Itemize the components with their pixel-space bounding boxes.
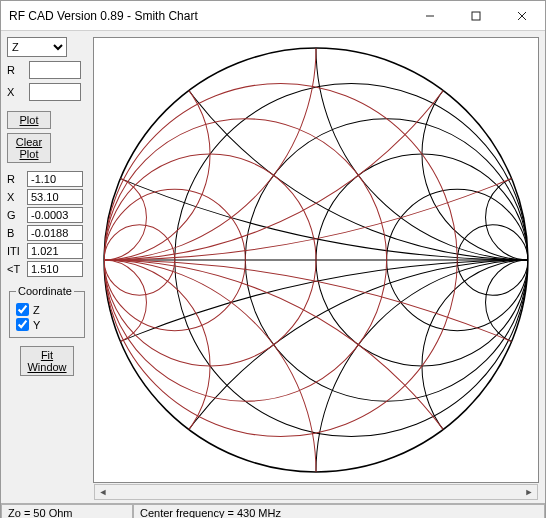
- readout-r-label: R: [7, 173, 25, 185]
- svg-point-27: [94, 260, 146, 345]
- svg-point-21: [486, 175, 538, 260]
- fit-window-button[interactable]: Fit Window: [20, 346, 73, 376]
- x-input[interactable]: [29, 83, 81, 101]
- readout-b-value: -0.0188: [27, 225, 83, 241]
- titlebar: RF CAD Version 0.89 - Smith Chart: [1, 1, 545, 31]
- scroll-left-arrow-icon[interactable]: ◄: [95, 485, 111, 499]
- readout-angle-label: <T: [7, 263, 25, 275]
- readout-r-value: -1.10: [27, 171, 83, 187]
- window-title: RF CAD Version 0.89 - Smith Chart: [9, 9, 407, 23]
- coordinate-legend: Coordinate: [16, 285, 74, 297]
- app-window: RF CAD Version 0.89 - Smith Chart Z R X: [0, 0, 546, 518]
- coord-z-checkbox[interactable]: [16, 303, 29, 316]
- readout-x-value: 53.10: [27, 189, 83, 205]
- status-frequency: Center frequency = 430 MHz: [133, 504, 545, 518]
- mode-select[interactable]: Z: [7, 37, 67, 57]
- readout-iti-label: ITI: [7, 245, 25, 257]
- readout-x-label: X: [7, 191, 25, 203]
- r-input[interactable]: [29, 61, 81, 79]
- coord-y-row[interactable]: Y: [16, 318, 78, 331]
- maximize-button[interactable]: [453, 1, 499, 31]
- maximize-icon: [471, 11, 481, 21]
- clear-plot-button[interactable]: Clear Plot: [7, 133, 51, 163]
- smith-chart-svg: [94, 38, 538, 482]
- svg-point-12: [486, 260, 538, 345]
- svg-point-31: [94, 260, 538, 482]
- coord-y-checkbox[interactable]: [16, 318, 29, 331]
- svg-point-32: [94, 38, 538, 260]
- readout-g-value: -0.0003: [27, 207, 83, 223]
- close-button[interactable]: [499, 1, 545, 31]
- readout-iti-value: 1.021: [27, 243, 83, 259]
- r-input-label: R: [7, 64, 25, 76]
- readout-b-label: B: [7, 227, 25, 239]
- svg-point-36: [94, 175, 146, 260]
- chart-horizontal-scrollbar[interactable]: ◄ ►: [94, 484, 538, 500]
- svg-point-17: [94, 38, 538, 260]
- coord-z-row[interactable]: Z: [16, 303, 78, 316]
- close-icon: [517, 11, 527, 21]
- readout-angle-value: 1.510: [27, 261, 83, 277]
- x-input-label: X: [7, 86, 25, 98]
- minimize-icon: [425, 11, 435, 21]
- svg-rect-1: [472, 12, 480, 20]
- svg-point-16: [94, 260, 538, 482]
- coord-y-label: Y: [33, 319, 40, 331]
- plot-button[interactable]: Plot: [7, 111, 51, 129]
- status-zo: Zo = 50 Ohm: [1, 504, 133, 518]
- readout-g-label: G: [7, 209, 25, 221]
- minimize-button[interactable]: [407, 1, 453, 31]
- readouts: R-1.10 X53.10 G-0.0003 B-0.0188 ITI1.021…: [7, 171, 87, 277]
- client-area: Z R X Plot Clear Plot R-1.10 X53.10 G-0.…: [1, 31, 545, 503]
- coord-z-label: Z: [33, 304, 40, 316]
- side-panel: Z R X Plot Clear Plot R-1.10 X53.10 G-0.…: [1, 31, 93, 503]
- scroll-right-arrow-icon[interactable]: ►: [521, 485, 537, 499]
- status-bar: Zo = 50 Ohm Center frequency = 430 MHz: [1, 503, 545, 518]
- smith-chart-canvas[interactable]: ◄ ►: [93, 37, 539, 483]
- coordinate-group: Coordinate Z Y: [9, 285, 85, 338]
